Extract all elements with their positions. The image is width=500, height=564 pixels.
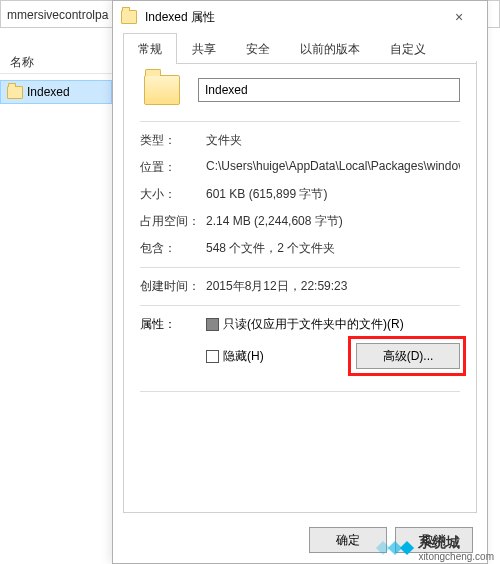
attributes-label: 属性： bbox=[140, 316, 206, 333]
size-label: 大小： bbox=[140, 186, 206, 203]
created-label: 创建时间： bbox=[140, 278, 206, 295]
size-value: 601 KB (615,899 字节) bbox=[206, 186, 460, 203]
location-label: 位置： bbox=[140, 159, 206, 176]
created-value: 2015年8月12日，22:59:23 bbox=[206, 278, 460, 295]
properties-dialog: Indexed 属性 × 常规 共享 安全 以前的版本 自定义 类型： 文件夹 … bbox=[112, 0, 488, 564]
folder-icon bbox=[144, 75, 180, 105]
folder-icon bbox=[7, 86, 23, 99]
tab-customize[interactable]: 自定义 bbox=[375, 33, 441, 64]
title-bar: Indexed 属性 × bbox=[113, 1, 487, 33]
watermark: 系统城 xitongcheng.com bbox=[378, 534, 494, 562]
watermark-url: xitongcheng.com bbox=[418, 552, 494, 562]
tab-security[interactable]: 安全 bbox=[231, 33, 285, 64]
tab-panel-general: 类型： 文件夹 位置： C:\Users\huige\AppData\Local… bbox=[123, 61, 477, 513]
hidden-label: 隐藏(H) bbox=[223, 348, 264, 365]
type-value: 文件夹 bbox=[206, 132, 460, 149]
checkbox-icon bbox=[206, 318, 219, 331]
logo-icon bbox=[378, 543, 412, 553]
contains-label: 包含： bbox=[140, 240, 206, 257]
contains-value: 548 个文件，2 个文件夹 bbox=[206, 240, 460, 257]
column-header-name[interactable]: 名称 bbox=[0, 50, 112, 74]
disk-size-label: 占用空间： bbox=[140, 213, 206, 230]
file-name: Indexed bbox=[27, 85, 70, 99]
tab-sharing[interactable]: 共享 bbox=[177, 33, 231, 64]
type-label: 类型： bbox=[140, 132, 206, 149]
advanced-button[interactable]: 高级(D)... bbox=[356, 343, 460, 369]
tab-strip: 常规 共享 安全 以前的版本 自定义 bbox=[123, 33, 477, 64]
watermark-brand: 系统城 bbox=[418, 534, 460, 550]
tab-general[interactable]: 常规 bbox=[123, 33, 177, 64]
list-item[interactable]: Indexed bbox=[0, 80, 112, 104]
close-button[interactable]: × bbox=[439, 3, 479, 31]
readonly-label: 只读(仅应用于文件夹中的文件)(R) bbox=[223, 316, 404, 333]
checkbox-icon bbox=[206, 350, 219, 363]
folder-name-input[interactable] bbox=[198, 78, 460, 102]
dialog-title: Indexed 属性 bbox=[145, 9, 439, 26]
disk-size-value: 2.14 MB (2,244,608 字节) bbox=[206, 213, 460, 230]
readonly-checkbox[interactable]: 只读(仅应用于文件夹中的文件)(R) bbox=[206, 316, 404, 333]
tab-previous-versions[interactable]: 以前的版本 bbox=[285, 33, 375, 64]
location-value: C:\Users\huige\AppData\Local\Packages\wi… bbox=[206, 159, 460, 176]
folder-icon bbox=[121, 10, 137, 24]
hidden-checkbox[interactable]: 隐藏(H) bbox=[206, 348, 264, 365]
ok-button[interactable]: 确定 bbox=[309, 527, 387, 553]
